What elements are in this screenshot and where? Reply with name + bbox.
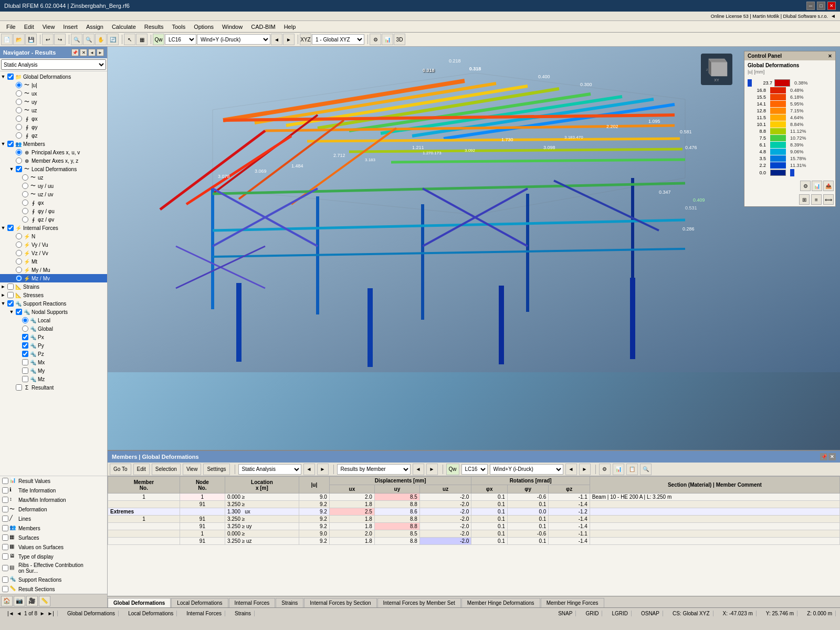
menu-view[interactable]: View [38,23,59,31]
cb-type-display[interactable] [2,553,8,560]
load-case-combo[interactable]: LC16 [165,34,196,45]
xyz-btn[interactable]: XYZ [300,34,311,45]
new-btn[interactable]: 📄 [1,34,13,45]
radio-N[interactable] [16,233,22,239]
calc1-btn[interactable]: ⚙ [599,464,611,475]
tree-uy-uu[interactable]: 〜 uy / uu [0,182,107,190]
cb-stresses[interactable] [7,292,14,298]
tree-uz-local[interactable]: 〜 uz [0,173,107,182]
next-lc-btn[interactable]: ► [283,34,295,45]
radio-uz-uv[interactable] [22,191,28,197]
goto-btn[interactable]: Go To [110,464,131,475]
cb-Px[interactable] [22,334,28,340]
tree-Mt[interactable]: ⚡ Mt [0,257,107,266]
nbi-type-display[interactable]: 🖥 Type of display [0,552,107,561]
expand-stresses[interactable]: ► [0,292,6,298]
nbi-members[interactable]: 👥 Members [0,523,107,533]
open-btn[interactable]: 📂 [13,34,25,45]
nbi-values-on-surfaces[interactable]: ▦ Values on Surfaces [0,542,107,552]
tree-stresses[interactable]: ► 📐 Stresses [0,291,107,299]
menu-insert[interactable]: Insert [59,23,82,31]
radio-Mz[interactable] [16,275,22,281]
select-btn[interactable]: ↖ [124,34,135,45]
tree-support-reactions[interactable]: ▼ 🔩 Support Reactions [0,299,107,308]
menu-window[interactable]: Window [218,23,247,31]
tree-Mz-sup[interactable]: 🔩 Mz [0,375,107,383]
cb-global-def[interactable] [7,74,14,80]
nbi-result-sections[interactable]: 📏 Result Sections [0,584,107,594]
tab-member-hinge-deformations[interactable]: Member Hinge Deformations [461,598,540,607]
settings-results-btn[interactable]: Settings [203,464,229,475]
nav-analysis-select[interactable]: Static Analysis [1,59,106,70]
radio-phiy-phiu[interactable] [22,208,28,214]
cb-maxmin-info[interactable] [2,497,8,503]
cp-table-btn[interactable]: 📊 [812,181,822,191]
tree-My-sup[interactable]: 🔩 My [0,366,107,375]
tree-Vy[interactable]: ⚡ Vy / Vu [0,240,107,249]
selection-btn[interactable]: Selection [152,464,181,475]
cb-Pz[interactable] [22,351,28,357]
cb-Mx[interactable] [22,359,28,365]
radio-phiz-phiv[interactable] [22,216,28,223]
tree-ux[interactable]: 〜 ux [0,89,107,98]
view-btn[interactable]: View [183,464,202,475]
nav-ruler-btn[interactable]: 📏 [39,596,50,606]
tree-phix[interactable]: ∮ φx [0,114,107,123]
cb-int-forces[interactable] [7,225,14,231]
expand-strains[interactable]: ► [0,284,6,290]
minimize-btn[interactable]: ─ [806,2,815,10]
radio-principal-axes[interactable] [16,149,22,155]
calc2-btn[interactable]: 📊 [613,464,624,475]
cp-icon1[interactable]: ⊞ [799,194,810,205]
radio-local-sup[interactable] [22,317,28,323]
cp-settings-btn[interactable]: ⚙ [800,181,811,191]
next-analysis-btn[interactable]: ► [317,464,329,475]
tree-phiy-phiu[interactable]: ∮ φy / φu [0,207,107,215]
radio-u-abs[interactable] [16,82,22,88]
radio-member-axes[interactable] [16,158,22,164]
expand-support-rx[interactable]: ▼ [0,300,6,307]
filter-btn[interactable]: ▦ [136,34,148,45]
close-btn[interactable]: ✕ [827,2,836,10]
load-select-results[interactable]: Wind+Y (i-Druck) [490,464,563,475]
tree-uz[interactable]: 〜 uz [0,106,107,114]
cb-values-surfaces[interactable] [2,544,8,550]
tree-uz-uv[interactable]: 〜 uz / uv [0,190,107,198]
cb-result-values[interactable] [2,478,8,484]
nav-home-btn[interactable]: 🏠 [1,596,13,606]
cb-My-sup[interactable] [22,368,28,374]
collapse-btn[interactable]: ◄ [831,13,836,19]
menu-calculate[interactable]: Calculate [108,23,140,31]
tree-uy[interactable]: 〜 uy [0,98,107,106]
viewport-3d[interactable]: 0.318 0.400 0.300 0.218 1.211 2.712 1.48… [108,47,840,450]
cb-nodal-supports[interactable] [16,309,22,315]
menu-edit[interactable]: Edit [20,23,38,31]
radio-uz-local[interactable] [22,174,28,181]
next-method-btn[interactable]: ► [426,464,438,475]
prev-lc-btn[interactable]: ◄ [271,34,282,45]
prev-page-btn2[interactable]: ◄ [16,611,22,616]
menu-tools[interactable]: Tools [167,23,190,31]
cb-surfaces[interactable] [2,534,8,541]
qw-btn[interactable]: Qw [446,464,459,475]
tab-global-deformations[interactable]: Global Deformations [108,598,171,607]
tree-Mx[interactable]: 🔩 Mx [0,358,107,366]
tree-Vz[interactable]: ⚡ Vz / Vv [0,249,107,257]
expand-local-def[interactable]: ▼ [8,166,15,172]
nav-next-btn[interactable]: ► [97,49,104,56]
calc3-btn[interactable]: 📋 [626,464,638,475]
tree-phix-local[interactable]: ∮ φx [0,198,107,207]
tree-phiz[interactable]: ∮ φz [0,131,107,140]
menu-options[interactable]: Options [190,23,218,31]
menu-results[interactable]: Results [140,23,168,31]
table-btn[interactable]: 📊 [382,34,393,45]
cp-close-btn[interactable]: ✕ [828,54,832,59]
zoom-in-btn[interactable]: 🔍 [71,34,82,45]
tree-My[interactable]: ⚡ My / Mu [0,266,107,274]
cb-title-info[interactable] [2,487,8,494]
tree-local-sup[interactable]: 🔩 Local [0,316,107,324]
tree-global-deformations[interactable]: ▼ 📁 Global Deformations [0,72,107,81]
tree-strains[interactable]: ► 📐 Strains [0,282,107,291]
menu-assign[interactable]: Assign [82,23,108,31]
nbi-deformation[interactable]: 〜 Deformation [0,505,107,514]
